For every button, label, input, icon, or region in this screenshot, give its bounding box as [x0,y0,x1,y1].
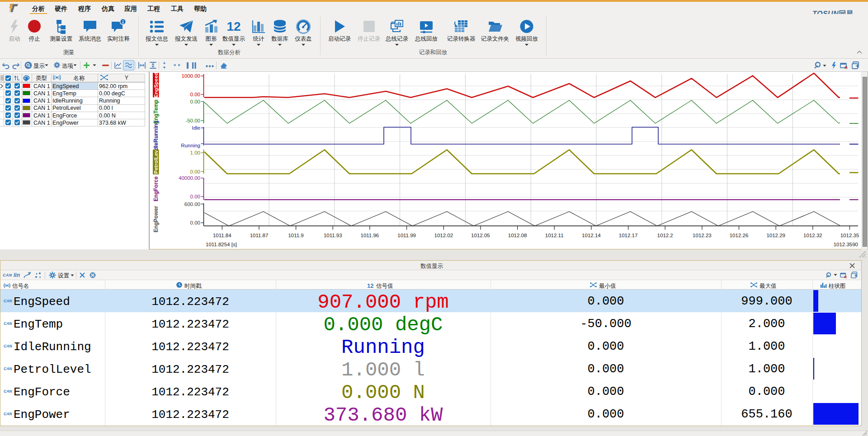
svg-text:-50.00: -50.00 [185,118,200,123]
svg-text:12: 12 [226,19,241,33]
svg-text:0.00: 0.00 [190,92,200,97]
svg-text:600.00: 600.00 [184,202,200,207]
svg-text:1011.84: 1011.84 [213,233,231,238]
svg-text:0.00: 0.00 [190,194,200,199]
svg-text:0.00: 0.00 [190,99,200,104]
svg-text:1012.29: 1012.29 [766,233,785,238]
svg-text:1011.9: 1011.9 [288,233,303,238]
svg-text:1012.14: 1012.14 [582,233,601,238]
svg-text:1011.8254 [s]: 1011.8254 [s] [206,242,237,247]
svg-text:1012.17: 1012.17 [619,233,638,238]
svg-text:Idle: Idle [192,125,200,131]
svg-text:1011.96: 1011.96 [361,233,379,238]
svg-text:1.00: 1.00 [190,150,200,155]
svg-text:1011.99: 1011.99 [397,233,416,238]
svg-text:IdleRunning: IdleRunning [153,121,159,152]
svg-text:1012.11: 1012.11 [545,233,564,238]
svg-text:1012.02: 1012.02 [434,233,453,238]
svg-text:0.00: 0.00 [190,169,200,174]
svg-text:Running: Running [181,143,200,148]
svg-text:EngSpeed: EngSpeed [153,72,159,98]
svg-text:1011.87: 1011.87 [250,233,269,238]
svg-text:EngPower: EngPower [153,206,159,232]
svg-text:EngTemp: EngTemp [153,99,159,124]
svg-text:1012.08: 1012.08 [508,233,527,238]
svg-text:1012.05: 1012.05 [471,233,490,238]
svg-text:40000.00: 40000.00 [179,175,200,181]
svg-text:1011.93: 1011.93 [324,233,342,238]
svg-text:1012.35: 1012.35 [840,233,859,238]
svg-text:1000.00: 1000.00 [181,73,200,79]
svg-text:1012.2: 1012.2 [657,233,673,238]
svg-text:1012.32: 1012.32 [803,233,822,238]
svg-text:1012.26: 1012.26 [730,233,749,238]
svg-text:1012.23: 1012.23 [693,233,712,238]
svg-text:1012.3590: 1012.3590 [834,242,858,247]
svg-text:EngForce: EngForce [153,176,159,202]
svg-text:0.00: 0.00 [190,220,200,225]
svg-text:PetrolLev: PetrolLev [153,150,159,174]
